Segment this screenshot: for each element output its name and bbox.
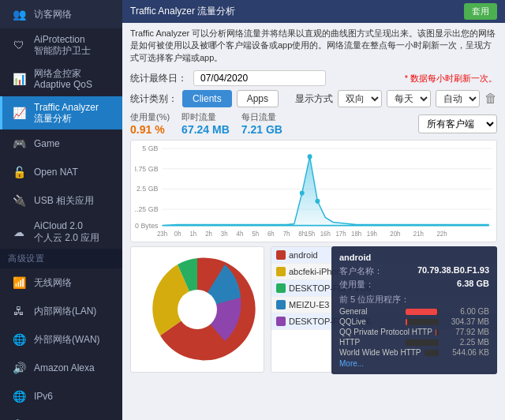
save-button[interactable]: 套用: [464, 3, 497, 20]
aicloud-icon: ☁: [10, 223, 28, 241]
app-row: World Wide Web HTTP 544.06 KB: [339, 348, 489, 357]
app-row: QQ Private Protocol HTTP 77.92 MB: [339, 328, 489, 336]
main-content: Traffic Analyzer 流量分析 套用 Traffic Analyze…: [122, 0, 505, 420]
auto-select[interactable]: 自动 手动: [436, 90, 480, 107]
client-name-label: 客户名称：: [339, 265, 383, 277]
clients-tab-btn[interactable]: Clients: [182, 90, 232, 107]
usage-value: 0.91 %: [130, 123, 170, 136]
sidebar: 👥 访客网络 🛡 AiProtection智能防护卫士 📊 网络盒控家 Adap…: [0, 0, 122, 420]
svg-text:1.25 GB: 1.25 GB: [135, 205, 159, 213]
svg-text:2h: 2h: [205, 231, 212, 238]
client-filter-select[interactable]: 所有客户端: [418, 114, 497, 133]
usage-metric: 使用量(%) 0.91 %: [130, 111, 170, 136]
advanced-section-label: 高级设置: [0, 249, 122, 268]
visitor-network-icon: 👥: [10, 6, 28, 23]
sidebar-item-ipv6[interactable]: 🌐 IPv6: [0, 382, 122, 411]
sidebar-item-open-nat-label: Open NAT: [34, 167, 78, 178]
info-client-name-row: 客户名称： 70.79.38.B0.F1.93: [339, 265, 489, 277]
svg-text:1h: 1h: [189, 231, 196, 238]
adaptive-qos-icon: 📊: [10, 70, 28, 88]
aiprotection-icon: 🛡: [10, 36, 28, 54]
traffic-analyzer-icon: 📈: [10, 104, 28, 122]
sidebar-item-lan[interactable]: 🖧 内部网络(LAN): [0, 297, 122, 325]
delete-button[interactable]: 🗑: [484, 92, 497, 106]
more-link[interactable]: More...: [339, 359, 364, 368]
svg-text:5 GB: 5 GB: [142, 144, 158, 152]
svg-text:0 Bytes: 0 Bytes: [135, 222, 159, 230]
content-area: Traffic Analyzer 可以分析网络流量并将结果以直观的曲线图方式呈现…: [122, 23, 505, 420]
svg-text:4h: 4h: [237, 231, 244, 238]
info-panel: android 客户名称： 70.79.38.B0.F1.93 使用量： 6.3…: [331, 246, 497, 374]
svg-text:6h: 6h: [267, 231, 275, 238]
svg-text:21h: 21h: [413, 231, 424, 238]
info-usage-row: 使用量： 6.38 GB: [339, 279, 489, 291]
sidebar-item-vpn[interactable]: 🔐 VPN: [0, 411, 122, 420]
sidebar-item-game-label: Game: [34, 138, 60, 149]
usage-label: 使用量(%): [130, 111, 170, 123]
sidebar-item-open-nat[interactable]: 🔓 Open NAT: [0, 158, 122, 186]
page-title: Traffic Analyzer 流量分析: [130, 5, 235, 18]
direction-select[interactable]: 双向 上传 下载: [338, 90, 382, 107]
svg-point-10: [300, 191, 305, 196]
sidebar-item-usb-label: USB 相关应用: [34, 195, 94, 206]
metrics-row: 使用量(%) 0.91 % 即时流量 67.24 MB 每日流量 7.21 GB…: [130, 111, 497, 136]
sidebar-item-amazon-alexa[interactable]: 🔊 Amazon Alexa: [0, 354, 122, 382]
vpn-icon: 🔐: [10, 416, 28, 420]
svg-text:3.75 GB: 3.75 GB: [135, 165, 159, 173]
description-text: Traffic Analyzer 可以分析网络流量并将结果以直观的曲线图方式呈现…: [130, 28, 497, 64]
ipv6-icon: 🌐: [10, 388, 28, 405]
topbar: Traffic Analyzer 流量分析 套用: [122, 0, 505, 23]
realtime-label: 即时流量: [181, 111, 230, 123]
refresh-note: * 数据每小时刷新一次。: [405, 73, 497, 84]
svg-text:17h: 17h: [335, 231, 346, 238]
pie-chart-container: [130, 246, 264, 373]
app-row: General 6.00 GB: [339, 307, 489, 316]
realtime-metric: 即时流量 67.24 MB: [181, 111, 230, 136]
svg-text:0h: 0h: [174, 231, 181, 238]
svg-text:2.5 GB: 2.5 GB: [137, 186, 159, 193]
chart-area: 5 GB 3.75 GB 2.5 GB 1.25 GB 0 Bytes: [130, 140, 497, 242]
realtime-value: 67.24 MB: [181, 123, 230, 136]
sidebar-item-aiprotection[interactable]: 🛡 AiProtection智能防护卫士: [0, 28, 122, 62]
sidebar-item-adaptive-qos-label: 网络盒控家 Adaptive QoS: [34, 68, 114, 91]
sidebar-item-usb-apps[interactable]: 🔌 USB 相关应用: [0, 186, 122, 215]
svg-text:15h: 15h: [305, 231, 315, 238]
apps-tab-btn[interactable]: Apps: [237, 90, 279, 107]
alexa-icon: 🔊: [10, 359, 28, 377]
svg-text:3h: 3h: [221, 231, 228, 238]
sidebar-item-traffic-analyzer-label: Traffic Analyzer流量分析: [34, 102, 99, 125]
svg-text:16h: 16h: [320, 231, 331, 238]
traffic-chart: 5 GB 3.75 GB 2.5 GB 1.25 GB 0 Bytes: [135, 144, 492, 238]
wan-icon: 🌐: [10, 331, 28, 348]
svg-text:19h: 19h: [367, 231, 377, 238]
app-row: QQLive 304.37 MB: [339, 317, 489, 326]
sidebar-item-aicloud[interactable]: ☁ AiCloud 2.0个人云 2.0 应用: [0, 215, 122, 249]
sidebar-item-visitor-network[interactable]: 👥 访客网络: [0, 0, 122, 28]
svg-point-31: [178, 290, 217, 329]
svg-point-11: [308, 154, 312, 159]
sidebar-item-traffic-analyzer[interactable]: 📈 Traffic Analyzer流量分析: [0, 96, 122, 130]
sidebar-item-wan[interactable]: 🌐 外部网络(WAN): [0, 325, 122, 354]
sidebar-item-game[interactable]: 🎮 Game: [0, 129, 122, 158]
daily-metric: 每日流量 7.21 GB: [241, 111, 282, 136]
stats-date-input[interactable]: [193, 70, 326, 86]
top5-label: 前 5 位应用程序：: [339, 294, 489, 306]
display-label: 显示方式: [295, 92, 333, 106]
svg-text:7h: 7h: [283, 231, 290, 238]
sidebar-item-wireless-label: 无线网络: [34, 277, 72, 288]
lan-icon: 🖧: [10, 302, 28, 320]
svg-text:23h: 23h: [157, 231, 167, 238]
sidebar-item-aiprotection-label: AiProtection智能防护卫士: [34, 34, 91, 57]
sidebar-item-wireless[interactable]: 📶 无线网络: [0, 268, 122, 297]
svg-text:22h: 22h: [436, 231, 447, 238]
period-select[interactable]: 每天 每月: [387, 90, 431, 107]
sidebar-item-adaptive-qos[interactable]: 📊 网络盒控家 Adaptive QoS: [0, 62, 122, 96]
sidebar-item-ipv6-label: IPv6: [34, 391, 53, 402]
stats-date-label: 统计最终日：: [130, 72, 187, 85]
sidebar-item-aicloud-label: AiCloud 2.0个人云 2.0 应用: [34, 220, 99, 243]
open-nat-icon: 🔓: [10, 163, 28, 181]
info-panel-client-id: android: [339, 253, 489, 262]
controls-row: 统计类别： Clients Apps 显示方式 双向 上传 下载 每天 每月 自…: [130, 90, 497, 107]
apps-list: General 6.00 GB QQLive 304.37 MB QQ Priv…: [339, 307, 489, 357]
bottom-section: androidabcfeki-iPhoneDESKTOP-F8PFVU6MEIZ…: [130, 246, 497, 373]
